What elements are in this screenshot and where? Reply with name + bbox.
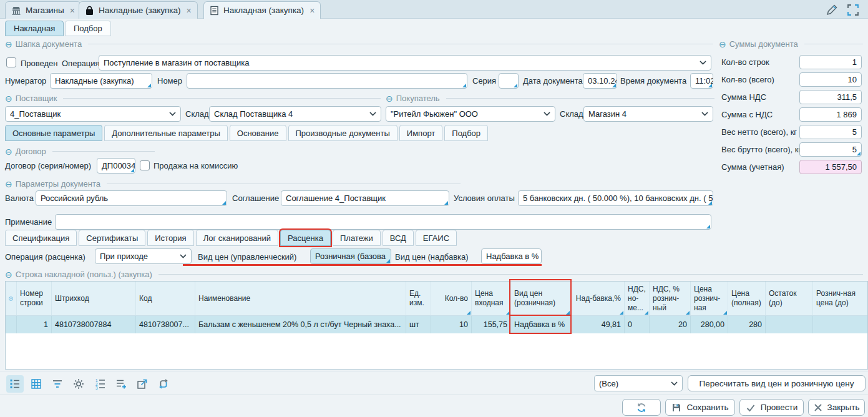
collapse-icon[interactable]: [386, 94, 393, 103]
close-button[interactable]: Закрыть: [808, 399, 865, 416]
collapse-icon[interactable]: [5, 40, 12, 49]
buyer-select[interactable]: "Ритейл Фьюжен" ООО: [386, 106, 555, 122]
sum-label: Кол-во (всего): [721, 75, 774, 84]
tab-specification[interactable]: Спецификация: [5, 230, 77, 246]
window-tab-shops[interactable]: Магазины ×: [5, 1, 81, 19]
col-unit[interactable]: Ед. изм.: [406, 282, 431, 315]
tab-history[interactable]: История: [147, 230, 193, 246]
list-view-button[interactable]: [6, 375, 24, 393]
export-button[interactable]: [134, 375, 151, 393]
posted-checkbox[interactable]: [6, 57, 16, 67]
table-row[interactable]: 1 4810738007884 4810738007... Бальзам с …: [6, 316, 867, 333]
cell-stock-before: [766, 316, 813, 333]
tab-pick[interactable]: Подбор: [444, 125, 488, 141]
supplier-warehouse-select[interactable]: Склад Поставщика 4: [209, 106, 381, 122]
tab-invoice[interactable]: Накладная: [5, 21, 64, 36]
add-line-button[interactable]: [112, 375, 130, 393]
tab-extra-params[interactable]: Дополнительные параметры: [104, 125, 228, 141]
pricing-operation-label: Операция (расценка): [5, 252, 85, 262]
doc-date-input[interactable]: 03.10.24: [583, 73, 617, 89]
tab-selection[interactable]: Подбор: [65, 21, 111, 36]
payment-terms-label: Условия оплаты: [454, 194, 515, 203]
collapse-icon[interactable]: [5, 147, 12, 156]
chevron-down-icon: [169, 112, 176, 116]
refresh-button[interactable]: [622, 399, 661, 416]
cell-retail-price: 280,00: [691, 316, 728, 333]
tab-payments[interactable]: Платежи: [333, 230, 381, 246]
commission-checkbox[interactable]: [140, 160, 150, 170]
col-retail-price[interactable]: Цена рознич-ная: [691, 282, 728, 315]
col-input-price[interactable]: Цена входная: [472, 282, 511, 315]
param-tab-bar: Основные параметры Дополнительные параме…: [5, 125, 488, 141]
gross-weight-input[interactable]: 5: [799, 142, 862, 157]
fullscreen-icon[interactable]: [846, 3, 860, 17]
detail-tab-bar: Спецификация Сертификаты История Лог ска…: [5, 230, 457, 246]
tab-derived-docs[interactable]: Производные документы: [288, 125, 397, 141]
col-line-number[interactable]: Номер строки: [17, 282, 52, 315]
operation-select[interactable]: Поступление в магазин от поставщика: [99, 55, 711, 71]
supplier-select[interactable]: 4_Поставщик: [5, 106, 181, 122]
col-barcode[interactable]: Штрихкод: [52, 282, 136, 315]
recalc-prices-button[interactable]: Пересчитать вид цен и розничную цену: [688, 375, 866, 391]
numerator-input[interactable]: Накладные (закупка): [50, 73, 152, 89]
tab-import[interactable]: Импорт: [399, 125, 442, 141]
window-tab-invoices[interactable]: Накладные (закупка) ×: [79, 1, 198, 19]
markup-price-select[interactable]: Надбавка в %: [481, 248, 542, 264]
tab-egais[interactable]: ЕГАИС: [416, 230, 457, 246]
sum-vat-input[interactable]: 311,5: [799, 90, 862, 104]
payment-terms-input[interactable]: 5 банковских дн. ( 50.000 %), 10 банковс…: [518, 190, 713, 206]
tab-scan-log[interactable]: Лог сканирований: [196, 230, 278, 246]
collapse-rows-icon[interactable]: [6, 282, 17, 315]
col-name[interactable]: Наименование: [195, 282, 406, 315]
post-button[interactable]: Провести: [739, 399, 804, 416]
col-markup-pct[interactable]: Над-бавка,%: [571, 282, 625, 315]
close-icon[interactable]: ×: [187, 6, 192, 16]
markup-price-label: Вид цен (надбавка): [395, 252, 469, 262]
doc-time-input[interactable]: 11:02: [690, 73, 713, 89]
numbered-list-button[interactable]: 123: [92, 375, 109, 393]
accounting-sum-input[interactable]: 1 557,50: [799, 160, 862, 174]
net-weight-input[interactable]: 5: [799, 125, 862, 139]
settings-button[interactable]: [70, 375, 87, 393]
col-full-price[interactable]: Цена (полная): [728, 282, 766, 315]
number-input[interactable]: [187, 73, 467, 89]
collapse-icon[interactable]: [5, 270, 12, 279]
col-code[interactable]: Код: [136, 282, 195, 315]
tab-vsd[interactable]: ВСД: [383, 230, 414, 246]
sum-with-vat-input[interactable]: 1 869: [799, 107, 862, 122]
sum-qty-total-input[interactable]: 10: [799, 72, 862, 87]
tab-pricing[interactable]: Расценка: [280, 230, 331, 246]
edit-pencil-icon[interactable]: [825, 3, 839, 17]
rows-filter-select[interactable]: (Все): [594, 375, 683, 391]
contract-number-input[interactable]: ДП00034: [97, 158, 135, 174]
col-stock-before[interactable]: Остаток (до): [766, 282, 813, 315]
close-icon[interactable]: ×: [70, 6, 75, 16]
grid-view-button[interactable]: [27, 375, 45, 393]
cell-qty: 10: [431, 316, 472, 333]
buyer-warehouse-select[interactable]: Магазин 4: [583, 106, 713, 122]
col-vat-retail-pct[interactable]: НДС, % рознич-ный: [650, 282, 691, 315]
col-retail-price-before[interactable]: Рознич-ная цена (до): [813, 282, 868, 315]
series-input[interactable]: [499, 73, 519, 89]
close-icon[interactable]: ×: [310, 6, 315, 16]
agreement-input[interactable]: Соглашение 4_Поставщик: [281, 190, 449, 206]
currency-input[interactable]: Российский рубль: [36, 190, 227, 206]
reload-lines-button[interactable]: [155, 375, 172, 393]
sum-lines-count-input[interactable]: 1: [799, 55, 862, 69]
mgmt-price-input[interactable]: Розничная (базова: [310, 248, 391, 264]
tab-certificates[interactable]: Сертификаты: [79, 230, 145, 246]
buyer-warehouse-label: Склад: [560, 109, 583, 119]
filter-button[interactable]: [49, 375, 66, 393]
tab-main-params[interactable]: Основные параметры: [5, 125, 102, 141]
tab-basis[interactable]: Основание: [230, 125, 286, 141]
collapse-icon[interactable]: [5, 180, 12, 189]
window-tab-invoice[interactable]: Накладная (закупка) ×: [203, 1, 321, 19]
collapse-icon[interactable]: [5, 94, 12, 103]
col-vat-number[interactable]: НДС, но-ме...: [625, 282, 650, 315]
note-input[interactable]: [55, 214, 711, 230]
pricing-operation-select[interactable]: При приходе: [95, 248, 192, 264]
collapse-icon[interactable]: [719, 40, 726, 49]
col-qty[interactable]: Кол-во: [431, 282, 472, 315]
save-button[interactable]: Сохранить: [665, 399, 735, 416]
cell-name: Бальзам с женьшенем 20% 0,5 л ст/бут Чер…: [195, 316, 406, 333]
